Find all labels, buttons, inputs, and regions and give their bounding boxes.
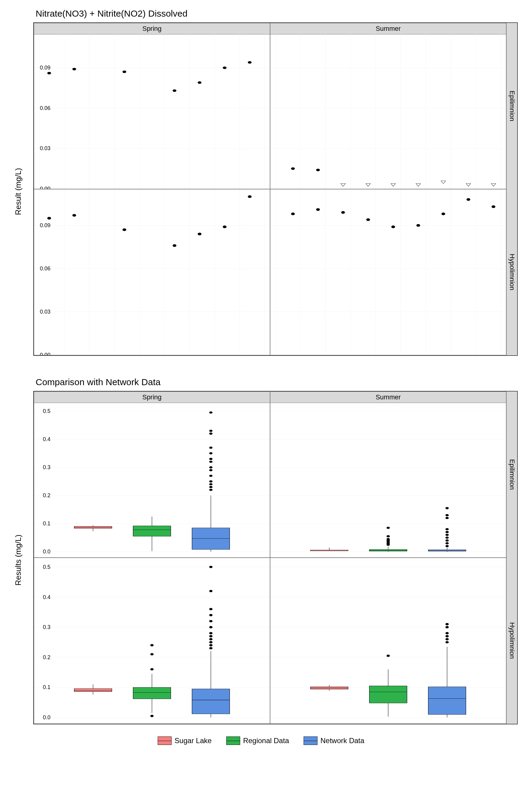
svg-marker-38 (366, 184, 371, 186)
svg-point-171 (150, 653, 154, 655)
chart-title-2: Comparison with Network Data (36, 377, 513, 387)
svg-point-183 (209, 626, 213, 628)
bfacet-spring-epi: Spring 0.00.10.20.30.40.5 (34, 391, 270, 557)
svg-point-170 (150, 668, 154, 671)
svg-rect-201 (369, 686, 407, 703)
svg-point-117 (209, 432, 213, 435)
svg-point-85 (441, 213, 445, 216)
strip-epi: Epilimnion (506, 23, 517, 189)
svg-point-15 (73, 68, 76, 70)
svg-point-62 (198, 232, 201, 235)
svg-point-182 (209, 632, 213, 634)
svg-rect-100 (133, 526, 171, 536)
svg-point-110 (209, 474, 213, 477)
svg-point-203 (387, 655, 390, 657)
svg-point-107 (209, 486, 213, 488)
svg-point-213 (446, 623, 449, 625)
svg-point-20 (248, 61, 251, 63)
svg-point-113 (209, 461, 213, 463)
svg-marker-40 (416, 184, 421, 186)
bfacet-spring-hypo: 0.00.10.20.30.40.5 Nitrate(NO3) + Nitrit… (34, 557, 270, 724)
svg-point-178 (209, 644, 213, 647)
svg-point-87 (491, 205, 495, 208)
svg-point-180 (209, 638, 213, 641)
svg-point-84 (416, 224, 420, 227)
svg-point-153 (446, 514, 449, 516)
svg-rect-128 (310, 550, 348, 551)
svg-point-172 (150, 644, 154, 647)
svg-point-118 (209, 430, 213, 432)
y-axis-label-2: Results (mg/L) (14, 534, 23, 585)
chart-title-1: Nitrate(NO3) + Nitrite(NO2) Dissolved (36, 8, 513, 19)
svg-point-36 (316, 169, 320, 171)
svg-point-151 (446, 528, 449, 530)
svg-rect-206 (428, 687, 466, 714)
svg-point-106 (209, 489, 213, 491)
legend-item-sugar-lake: Sugar Lake (158, 736, 212, 745)
svg-point-211 (446, 632, 449, 634)
svg-point-109 (209, 480, 213, 483)
svg-point-83 (391, 226, 395, 228)
svg-point-185 (209, 614, 213, 616)
svg-point-209 (446, 638, 449, 641)
legend: Sugar LakeRegional DataNetwork Data (9, 736, 513, 747)
svg-marker-39 (391, 184, 396, 186)
svg-rect-175 (192, 689, 230, 714)
strip-spring: Spring (34, 23, 270, 35)
strip-hypo: Hypolimnion (506, 189, 517, 355)
svg-point-86 (466, 198, 470, 201)
facet-summer-epi: Summer (270, 23, 506, 189)
svg-point-150 (446, 531, 449, 533)
svg-rect-167 (133, 687, 171, 699)
bstrip-hypo: Hypolimnion (506, 557, 517, 724)
svg-rect-104 (192, 528, 230, 549)
svg-point-169 (150, 715, 154, 717)
svg-point-145 (446, 545, 449, 547)
svg-point-119 (209, 411, 213, 413)
svg-point-208 (446, 641, 449, 644)
svg-point-64 (248, 195, 251, 198)
svg-point-18 (198, 81, 201, 84)
svg-point-80 (316, 208, 320, 211)
bstrip-epi: Epilimnion (506, 391, 517, 557)
svg-point-16 (122, 71, 126, 73)
svg-point-35 (291, 167, 295, 170)
svg-point-19 (223, 66, 226, 69)
svg-point-108 (209, 483, 213, 485)
svg-point-179 (209, 641, 213, 644)
legend-item-regional-data: Regional Data (226, 736, 289, 745)
svg-marker-37 (341, 184, 346, 186)
svg-point-187 (209, 590, 213, 592)
facet-spring-epi: Spring 0.000.030.060.09 (34, 23, 270, 189)
strip-summer: Summer (270, 23, 506, 35)
svg-point-114 (209, 458, 213, 460)
bstrip-summer: Summer (270, 392, 506, 403)
svg-point-111 (209, 469, 213, 471)
svg-point-210 (446, 635, 449, 637)
svg-point-212 (446, 626, 449, 628)
bfacet-summer-epi: Summer (270, 391, 506, 557)
legend-item-network-data: Network Data (304, 736, 364, 745)
svg-point-184 (209, 620, 213, 622)
svg-point-147 (446, 540, 449, 542)
bfacet-summer-hypo: Nitrate(NO3) + Nitrite(NO2) Dissolved (270, 557, 506, 724)
svg-point-112 (209, 466, 213, 469)
svg-point-61 (173, 244, 176, 247)
facet-summer-hypo: 2016201720182019202020212022202320242025 (270, 189, 506, 355)
svg-point-152 (446, 517, 449, 519)
svg-point-60 (122, 228, 126, 231)
svg-point-79 (291, 213, 295, 216)
svg-point-138 (387, 538, 390, 540)
svg-point-17 (173, 89, 176, 92)
svg-point-81 (341, 211, 345, 214)
svg-point-116 (209, 446, 213, 449)
svg-point-63 (223, 226, 226, 228)
svg-point-82 (366, 218, 370, 221)
svg-point-177 (209, 647, 213, 649)
svg-point-59 (73, 214, 76, 217)
boxplot-facet-chart: Comparison with Network Data Results (mg… (9, 377, 513, 725)
y-axis-label-1: Result (mg/L) (14, 168, 23, 215)
svg-point-115 (209, 452, 213, 454)
svg-marker-43 (491, 184, 496, 186)
svg-point-154 (446, 507, 449, 509)
